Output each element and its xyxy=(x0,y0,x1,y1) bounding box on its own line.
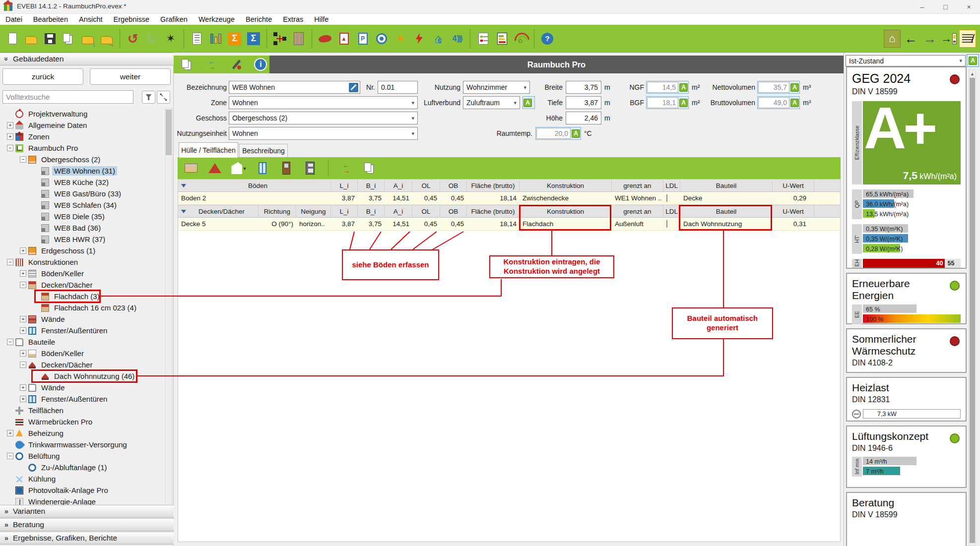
window-icon[interactable] xyxy=(254,159,271,177)
column-header-richtung[interactable]: Richtung xyxy=(259,205,296,217)
menu-ergebnisse[interactable]: Ergebnisse xyxy=(108,15,155,23)
accordion-beratung[interactable]: »Beratung xyxy=(0,518,174,531)
column-header-bauteil[interactable]: Bauteil xyxy=(680,205,773,217)
tree-item-windenergie-anlage[interactable]: Windenergie-Anlage xyxy=(1,496,165,505)
tree-item-decken-dächer[interactable]: −Decken/Dächer xyxy=(1,279,165,291)
magic-wand-icon[interactable]: ✶ xyxy=(162,30,179,48)
tree-item-raumbuch-pro[interactable]: −Raumbuch Pro xyxy=(1,142,165,154)
nutzung-select[interactable]: Wohnzimmer▾ xyxy=(463,81,530,94)
ventilation-fan-icon[interactable] xyxy=(373,30,390,48)
tree-item-we8-gast-büro-33[interactable]: WE8 Gast/Büro (33) xyxy=(1,188,165,199)
cell-neigung[interactable]: horizon.. xyxy=(296,220,331,228)
zone-select[interactable]: Wohnen▾ xyxy=(229,96,418,109)
tree-item-wände[interactable]: +Wände xyxy=(1,313,165,325)
tree-item-konstruktionen[interactable]: −Konstruktionen xyxy=(1,256,165,268)
cell-area[interactable]: 18,14 xyxy=(467,220,520,228)
cell-a-i[interactable]: 14,51 xyxy=(385,220,412,228)
new-file-icon[interactable] xyxy=(4,30,21,48)
tree-item-decken-dächer[interactable]: −Decken/Dächer xyxy=(1,359,165,370)
expand-icon[interactable]: + xyxy=(20,316,26,322)
plug-document-icon[interactable]: P xyxy=(354,30,371,48)
report-list-icon[interactable] xyxy=(475,30,492,48)
flowchart-icon[interactable] xyxy=(271,30,288,48)
next-button[interactable]: weiter xyxy=(90,68,171,85)
tree-item-beheizung[interactable]: +Beheizung xyxy=(1,427,165,439)
tree-item-dach-wohnnutzung-46[interactable]: Dach Wohnnutzung (46) xyxy=(1,370,165,382)
column-header-ol[interactable]: OL xyxy=(412,180,440,191)
auto-badge[interactable]: A xyxy=(679,99,688,107)
filter-icon[interactable] xyxy=(181,184,186,187)
expand-icon[interactable]: + xyxy=(20,384,26,391)
cabinet-icon[interactable] xyxy=(302,159,319,177)
undo-icon[interactable]: ↺ xyxy=(125,30,141,48)
save-icon[interactable] xyxy=(42,30,59,48)
ngf-value[interactable]: 14,5 xyxy=(647,82,678,93)
expand-icon[interactable]: + xyxy=(20,350,26,357)
tab-beschreibung[interactable]: Beschreibung xyxy=(239,144,288,158)
expand-icon[interactable]: + xyxy=(20,270,26,277)
roof-triangle-icon[interactable] xyxy=(206,159,223,177)
expand-tree-button[interactable]: ↖↘ xyxy=(157,91,170,104)
import-folder-icon[interactable]: ↓ xyxy=(79,30,96,48)
column-header-b-i[interactable]: B_i xyxy=(358,180,385,191)
maximize-button[interactable]: □ xyxy=(934,0,957,14)
collapse-icon[interactable]: − xyxy=(7,259,13,265)
menu-ansicht[interactable]: Ansicht xyxy=(73,15,108,23)
tree-item-we8-hwr-37[interactable]: WE8 HWR (37) xyxy=(1,234,165,245)
column-header-neigung[interactable]: Neigung xyxy=(296,205,331,217)
auto-badge[interactable]: A xyxy=(790,83,799,92)
heating-waves-icon[interactable]: 4))) xyxy=(449,30,465,48)
nr-input[interactable]: 0.01 xyxy=(378,81,418,94)
cell-b-i[interactable]: 3,75 xyxy=(358,194,385,202)
column-header-bauteil[interactable]: Bauteil xyxy=(680,180,773,191)
cell-u-wert[interactable]: 0,29 xyxy=(773,194,814,202)
cell-b-i[interactable]: 3,75 xyxy=(358,220,385,228)
column-header-ob[interactable]: OB xyxy=(440,205,467,217)
expand-icon[interactable]: + xyxy=(20,327,26,334)
info-icon[interactable]: i xyxy=(253,56,268,73)
raumtemp-value[interactable]: 20,0 xyxy=(536,128,571,139)
tree-item-flachdach-16-cm-023-4[interactable]: Flachdach 16 cm 023 (4) xyxy=(1,302,165,313)
menu-werkzeuge[interactable]: Werkzeuge xyxy=(193,15,240,23)
navigate-forward-icon[interactable]: → xyxy=(921,30,938,48)
transfer-arrows-icon[interactable]: ←→ xyxy=(338,159,355,177)
cell-name[interactable]: Decke 5 xyxy=(178,220,259,228)
cell-bauteil[interactable]: Decke xyxy=(680,194,773,202)
tree-item-wände[interactable]: +Wände xyxy=(1,382,165,393)
results-scrollbar[interactable]: ▲ xyxy=(969,69,976,546)
tree-item-zonen[interactable]: +Zonen xyxy=(1,131,165,142)
menu-bearbeiten[interactable]: Bearbeiten xyxy=(28,15,73,23)
column-header-fläche-brutto[interactable]: Fläche (brutto) xyxy=(467,180,520,191)
site-map-icon[interactable]: ⌂ xyxy=(884,30,901,48)
column-header-a-i[interactable]: A_i xyxy=(385,205,412,217)
auto-badge[interactable]: A xyxy=(790,99,799,107)
lightning-icon[interactable] xyxy=(411,30,428,48)
expand-icon[interactable]: + xyxy=(7,122,13,128)
door-icon[interactable] xyxy=(278,159,295,177)
copy-page-icon[interactable] xyxy=(61,30,77,48)
tree-item-erdgeschoss-1[interactable]: +Erdgeschoss (1) xyxy=(1,245,165,256)
tree-item-we8-schlafen-34[interactable]: WE8 Schlafen (34) xyxy=(1,199,165,211)
menu-extras[interactable]: Extras xyxy=(277,15,309,23)
accordion-ergebnisse-grafiken-berichte[interactable]: »Ergebnisse, Grafiken, Berichte xyxy=(0,532,174,545)
hoehe-input[interactable]: 2,46 xyxy=(566,112,601,124)
column-header-fläche-brutto[interactable]: Fläche (brutto) xyxy=(467,205,520,217)
tiefe-input[interactable]: 3,87 xyxy=(566,96,601,109)
column-header-konstruktion[interactable]: Konstruktion xyxy=(520,180,612,191)
auto-badge[interactable]: A xyxy=(679,83,688,92)
geschoss-select[interactable]: Obergeschoss (2)▾ xyxy=(229,112,418,124)
collapse-icon[interactable]: − xyxy=(20,156,26,163)
column-header-ldl[interactable]: LDL xyxy=(663,205,680,217)
tree-item-obergeschoss-2[interactable]: −Obergeschoss (2) xyxy=(1,154,165,165)
sun-icon[interactable]: ☀ xyxy=(392,30,409,48)
tree-item-kühlung[interactable]: Kühlung xyxy=(1,473,165,485)
tree-item-bauteile[interactable]: −Bauteile xyxy=(1,336,165,348)
ldl-checkbox[interactable] xyxy=(666,194,667,202)
wrench-settings-icon[interactable] xyxy=(229,56,244,73)
collapse-icon[interactable]: − xyxy=(7,339,13,345)
ldl-checkbox[interactable] xyxy=(666,220,667,228)
column-header-grenzt-an[interactable]: grenzt an xyxy=(612,180,663,191)
table-row-boden-2[interactable]: Boden 23,873,7514,510,450,4518,14Zwische… xyxy=(178,192,840,205)
cell-ob[interactable]: 0,45 xyxy=(440,194,467,202)
filter-icon[interactable] xyxy=(181,210,186,213)
